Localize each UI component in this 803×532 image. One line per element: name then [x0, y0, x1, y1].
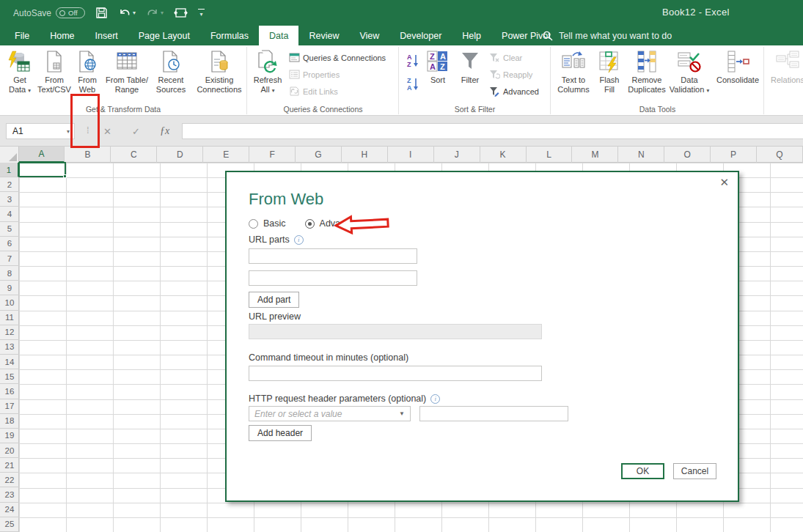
- column-header-b[interactable]: B: [65, 147, 111, 163]
- tab-insert[interactable]: Insert: [85, 26, 128, 45]
- from-text-csv-button[interactable]: FromText/CSV: [37, 50, 72, 95]
- name-box[interactable]: A1 ▾: [6, 123, 75, 139]
- column-header-k[interactable]: K: [480, 147, 527, 163]
- row-header-15[interactable]: 15: [0, 369, 19, 384]
- column-header-d[interactable]: D: [157, 147, 203, 163]
- row-header-8[interactable]: 8: [0, 266, 19, 281]
- tab-formulas[interactable]: Formulas: [200, 26, 259, 45]
- row-header-4[interactable]: 4: [0, 207, 19, 221]
- sort-descending-button[interactable]: ZA: [406, 76, 420, 91]
- insert-function-button[interactable]: ƒx: [160, 123, 169, 139]
- column-header-m[interactable]: M: [572, 147, 618, 163]
- combobox-dropdown-caret[interactable]: ▼: [394, 410, 410, 417]
- row-header-22[interactable]: 22: [0, 473, 19, 487]
- row-header-12[interactable]: 12: [0, 325, 19, 340]
- redo-dropdown-caret[interactable]: ▾: [161, 10, 164, 16]
- row-header-23[interactable]: 23: [0, 487, 19, 502]
- relationships-button[interactable]: Relations: [766, 50, 803, 85]
- url-part-input-2[interactable]: [249, 270, 417, 286]
- reapply-filter-button[interactable]: Reapply: [489, 70, 532, 80]
- fill-handle[interactable]: [63, 174, 67, 178]
- column-header-h[interactable]: H: [342, 147, 388, 163]
- redo-button[interactable]: ▾: [146, 7, 164, 18]
- edit-links-button[interactable]: Edit Links: [289, 86, 338, 96]
- row-header-1[interactable]: 1: [0, 163, 19, 177]
- ok-button[interactable]: OK: [621, 463, 664, 479]
- row-header-9[interactable]: 9: [0, 281, 19, 295]
- row-header-17[interactable]: 17: [0, 399, 19, 414]
- existing-connections-button[interactable]: ExistingConnections: [195, 50, 243, 95]
- column-header-i[interactable]: I: [388, 147, 434, 163]
- url-part-input-1[interactable]: [249, 248, 417, 264]
- row-header-16[interactable]: 16: [0, 384, 19, 399]
- tab-page-layout[interactable]: Page Layout: [128, 26, 200, 45]
- tab-view[interactable]: View: [349, 26, 389, 45]
- header-value-input[interactable]: [419, 406, 568, 421]
- properties-button[interactable]: Properties: [289, 70, 340, 79]
- advanced-filter-button[interactable]: Advanced: [489, 86, 539, 97]
- cancel-button[interactable]: Cancel: [673, 463, 716, 479]
- get-data-button[interactable]: GetData ▾: [4, 50, 35, 95]
- http-header-info-icon[interactable]: i: [430, 394, 440, 404]
- tab-file[interactable]: File: [4, 26, 40, 45]
- column-header-p[interactable]: P: [711, 147, 757, 163]
- add-part-button[interactable]: Add part: [249, 292, 299, 308]
- column-header-q[interactable]: Q: [757, 147, 803, 163]
- consolidate-button[interactable]: Consolidate: [714, 50, 761, 85]
- column-header-a[interactable]: A: [19, 147, 65, 163]
- tell-me-search[interactable]: Tell me what you want to do: [543, 26, 672, 45]
- sort-button[interactable]: Z A A Z Sort: [424, 50, 452, 85]
- row-header-24[interactable]: 24: [0, 503, 19, 517]
- refresh-all-button[interactable]: RefreshAll ▾: [251, 50, 285, 95]
- column-header-c[interactable]: C: [111, 147, 157, 163]
- row-header-19[interactable]: 19: [0, 429, 19, 443]
- column-header-l[interactable]: L: [527, 147, 573, 163]
- row-header-7[interactable]: 7: [0, 251, 19, 266]
- flash-fill-button[interactable]: FlashFill: [595, 50, 623, 95]
- timeout-input[interactable]: [249, 366, 542, 381]
- selected-cell-a1[interactable]: [18, 162, 66, 177]
- row-header-3[interactable]: 3: [0, 192, 19, 207]
- sort-ascending-button[interactable]: AZ: [406, 53, 420, 67]
- basic-radio-circle[interactable]: [249, 219, 258, 229]
- text-to-columns-button[interactable]: Text toColumns: [556, 50, 591, 95]
- column-header-e[interactable]: E: [203, 147, 249, 163]
- row-header-18[interactable]: 18: [0, 414, 19, 429]
- from-web-button[interactable]: FromWeb: [73, 50, 101, 95]
- add-header-button[interactable]: Add header: [249, 425, 312, 441]
- row-header-20[interactable]: 20: [0, 443, 19, 458]
- formula-input[interactable]: [182, 123, 803, 139]
- row-header-5[interactable]: 5: [0, 222, 19, 237]
- header-name-combobox[interactable]: ▼: [249, 406, 411, 421]
- row-header-21[interactable]: 21: [0, 458, 19, 473]
- tab-home[interactable]: Home: [40, 26, 84, 45]
- queries-connections-button[interactable]: Queries & Connections: [289, 53, 386, 62]
- row-header-25[interactable]: 25: [0, 517, 19, 532]
- column-header-g[interactable]: G: [296, 147, 342, 163]
- row-header-11[interactable]: 11: [0, 311, 19, 325]
- cancel-entry-button[interactable]: ✕: [103, 123, 111, 139]
- customize-qat-button[interactable]: ▾: [198, 9, 205, 18]
- column-header-n[interactable]: N: [618, 147, 664, 163]
- column-header-o[interactable]: O: [664, 147, 711, 163]
- row-header-14[interactable]: 14: [0, 355, 19, 369]
- recent-sources-button[interactable]: RecentSources: [152, 50, 190, 95]
- tab-developer[interactable]: Developer: [389, 26, 452, 45]
- row-header-2[interactable]: 2: [0, 177, 19, 192]
- dialog-close-icon[interactable]: ✕: [719, 176, 729, 189]
- from-table-range-button[interactable]: From Table/Range: [103, 50, 150, 95]
- select-all-corner[interactable]: [0, 147, 19, 163]
- touch-mode-icon[interactable]: [174, 7, 188, 19]
- tab-help[interactable]: Help: [452, 26, 491, 45]
- tab-review[interactable]: Review: [298, 26, 349, 45]
- remove-duplicates-button[interactable]: RemoveDuplicates: [626, 50, 667, 95]
- filter-button[interactable]: Filter: [455, 50, 485, 85]
- column-header-f[interactable]: F: [249, 147, 296, 163]
- tab-data[interactable]: Data: [259, 26, 298, 45]
- undo-dropdown-caret[interactable]: ▾: [133, 10, 136, 16]
- row-header-13[interactable]: 13: [0, 340, 19, 355]
- save-icon[interactable]: [95, 7, 108, 19]
- row-header-10[interactable]: 10: [0, 295, 19, 310]
- column-header-j[interactable]: J: [434, 147, 480, 163]
- header-name-input[interactable]: [249, 409, 394, 419]
